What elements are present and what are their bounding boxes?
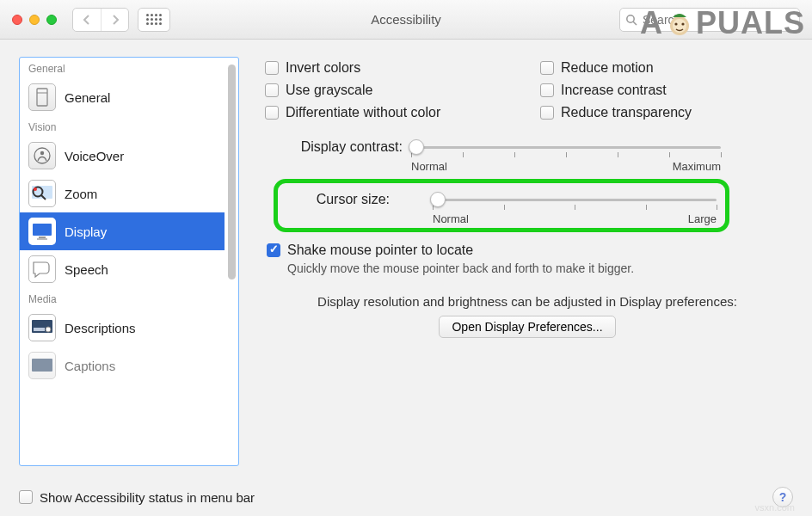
invert-colors-checkbox[interactable]	[265, 61, 279, 75]
sidebar-item-label: Zoom	[65, 187, 97, 201]
sidebar-item-general[interactable]: General	[20, 78, 225, 116]
cursor-size-min: Normal	[433, 212, 469, 225]
svg-point-5	[40, 151, 44, 155]
differentiate-label: Differentiate without color	[286, 105, 440, 120]
sidebar-section-media: Media	[20, 288, 225, 309]
shake-pointer-label: Shake mouse pointer to locate	[287, 243, 473, 258]
show-status-label: Show Accessibility status in menu bar	[40, 490, 255, 505]
svg-rect-14	[34, 328, 45, 331]
reduce-motion-checkbox[interactable]	[540, 61, 554, 75]
display-icon	[28, 218, 56, 245]
invert-colors-row: Invert colors	[265, 60, 506, 76]
window-toolbar: Accessibility	[0, 0, 812, 40]
display-contrast-slider[interactable]: Normal Maximum	[411, 138, 721, 172]
reduce-transparency-checkbox[interactable]	[540, 106, 554, 120]
invert-colors-label: Invert colors	[286, 60, 360, 76]
voiceover-icon	[28, 142, 56, 169]
svg-rect-12	[37, 238, 47, 240]
sidebar-item-voiceover[interactable]: VoiceOver	[20, 137, 225, 175]
sidebar-item-descriptions[interactable]: Descriptions	[20, 309, 225, 347]
help-button[interactable]: ?	[772, 487, 793, 507]
search-field[interactable]	[619, 8, 800, 32]
content-pane: Invert colors Reduce motion Use grayscal…	[256, 57, 793, 466]
use-grayscale-checkbox[interactable]	[265, 83, 279, 97]
display-contrast-block: Display contrast: Normal Maximum	[265, 138, 790, 172]
reduce-transparency-row: Reduce transparency	[540, 105, 764, 120]
display-preferences-text: Display resolution and brightness can be…	[265, 294, 790, 309]
sidebar-item-label: Descriptions	[65, 321, 136, 335]
cursor-size-label: Cursor size:	[286, 190, 390, 207]
chevron-left-icon	[83, 15, 91, 25]
show-status-checkbox[interactable]	[19, 490, 33, 504]
sidebar-item-captions[interactable]: Captions	[20, 347, 225, 384]
svg-point-15	[46, 327, 51, 332]
reduce-motion-row: Reduce motion	[540, 60, 764, 76]
sidebar-item-label: General	[65, 90, 110, 105]
grid-icon	[146, 14, 162, 25]
display-contrast-min: Normal	[411, 160, 447, 173]
window-controls	[12, 15, 57, 25]
sidebar-scrollbar[interactable]	[228, 64, 236, 280]
use-grayscale-label: Use grayscale	[286, 83, 372, 98]
back-button[interactable]	[73, 9, 101, 31]
chevron-right-icon	[111, 15, 120, 25]
sidebar-item-speech[interactable]: Speech	[20, 250, 225, 288]
svg-rect-10	[33, 224, 52, 236]
differentiate-row: Differentiate without color	[265, 105, 506, 120]
search-input[interactable]	[641, 12, 792, 28]
zoom-window-button[interactable]	[46, 15, 57, 25]
svg-point-9	[34, 187, 37, 191]
general-icon	[28, 83, 56, 111]
sidebar-item-display[interactable]: Display	[20, 212, 225, 250]
show-all-button[interactable]	[138, 8, 170, 32]
captions-icon	[28, 352, 56, 379]
close-window-button[interactable]	[12, 15, 22, 25]
increase-contrast-checkbox[interactable]	[540, 83, 554, 97]
sidebar-item-label: Captions	[65, 359, 115, 373]
category-sidebar: General General Vision VoiceOver Zoom	[19, 57, 239, 466]
shake-pointer-checkbox[interactable]	[267, 243, 280, 257]
display-contrast-max: Maximum	[673, 160, 721, 173]
reduce-transparency-label: Reduce transparency	[561, 105, 692, 120]
sidebar-item-label: Speech	[65, 262, 108, 277]
use-grayscale-row: Use grayscale	[265, 83, 506, 98]
svg-point-4	[34, 148, 50, 163]
sidebar-item-label: Display	[65, 224, 107, 239]
shake-pointer-block: Shake mouse pointer to locate Quickly mo…	[267, 243, 790, 275]
zoom-icon	[28, 180, 56, 207]
speech-icon	[28, 255, 56, 283]
svg-rect-16	[32, 359, 52, 372]
cursor-size-highlight: Cursor size: Normal Large	[274, 179, 729, 232]
display-contrast-label: Display contrast:	[265, 138, 403, 155]
cursor-size-max: Large	[688, 212, 717, 225]
forward-button[interactable]	[101, 9, 128, 31]
minimize-window-button[interactable]	[29, 15, 40, 25]
increase-contrast-row: Increase contrast	[540, 83, 764, 98]
reduce-motion-label: Reduce motion	[561, 60, 654, 76]
descriptions-icon	[28, 314, 56, 341]
cursor-size-slider[interactable]: Normal Large	[433, 190, 717, 224]
search-icon	[625, 14, 637, 26]
sidebar-item-label: VoiceOver	[65, 149, 124, 163]
svg-rect-2	[37, 89, 47, 106]
svg-line-1	[633, 22, 637, 25]
display-preferences-block: Display resolution and brightness can be…	[265, 294, 790, 338]
sidebar-section-vision: Vision	[20, 116, 225, 137]
differentiate-checkbox[interactable]	[265, 106, 279, 120]
display-contrast-knob[interactable]	[409, 139, 424, 155]
increase-contrast-label: Increase contrast	[561, 83, 667, 98]
sidebar-section-general: General	[20, 58, 225, 78]
svg-rect-11	[39, 236, 46, 238]
open-display-preferences-button[interactable]: Open Display Preferences...	[439, 316, 615, 338]
window-footer: Show Accessibility status in menu bar ?	[0, 478, 812, 516]
cursor-size-knob[interactable]	[430, 192, 446, 207]
shake-pointer-hint: Quickly move the mouse pointer back and …	[287, 261, 790, 275]
sidebar-item-zoom[interactable]: Zoom	[20, 175, 225, 212]
svg-point-0	[627, 15, 634, 22]
nav-buttons	[72, 8, 129, 32]
